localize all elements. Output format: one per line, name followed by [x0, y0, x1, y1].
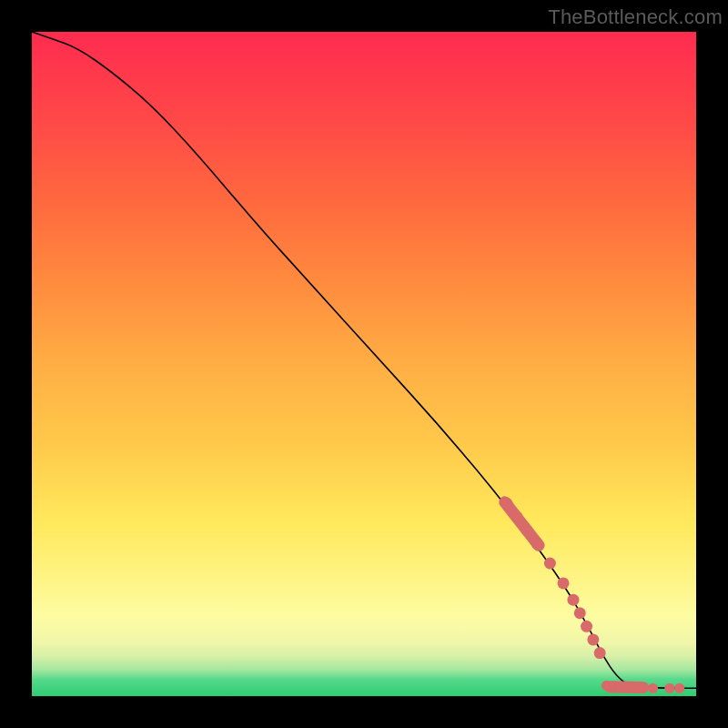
chart-frame: TheBottleneck.com	[0, 0, 728, 728]
chart-svg	[32, 32, 696, 696]
plot-area	[32, 32, 696, 696]
flat-marker-5	[634, 682, 644, 693]
watermark-text: TheBottleneck.com	[548, 5, 723, 29]
curve-marker-1	[511, 511, 522, 522]
curve-marker-3	[531, 538, 542, 550]
curve-marker-0	[500, 498, 512, 510]
curve-marker-5	[558, 577, 570, 589]
curve-marker-10	[594, 647, 606, 659]
curve-line	[32, 32, 696, 688]
curve-marker-7	[574, 607, 586, 619]
curve-marker-2	[521, 524, 532, 536]
flat-marker-7	[664, 683, 674, 693]
flat-marker-6	[648, 683, 658, 693]
curve-marker-6	[567, 594, 579, 606]
curve-marker-4	[544, 558, 556, 570]
curve-marker-9	[587, 633, 599, 645]
curve-marker-8	[581, 621, 592, 632]
flat-marker-8	[674, 683, 684, 693]
